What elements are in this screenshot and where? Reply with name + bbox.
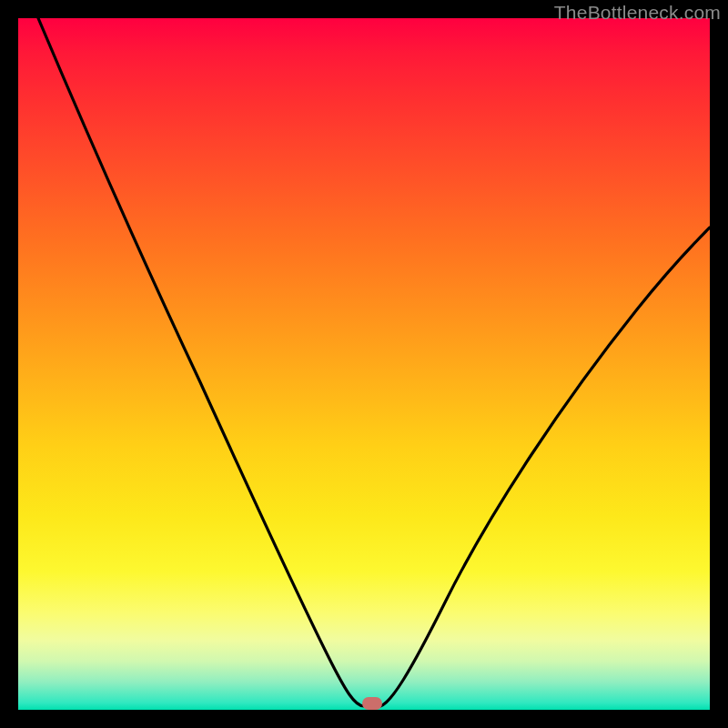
optimal-marker bbox=[362, 697, 382, 710]
chart-frame: TheBottleneck.com bbox=[0, 0, 728, 728]
bottleneck-curve bbox=[18, 18, 710, 710]
watermark-text: TheBottleneck.com bbox=[554, 2, 721, 24]
